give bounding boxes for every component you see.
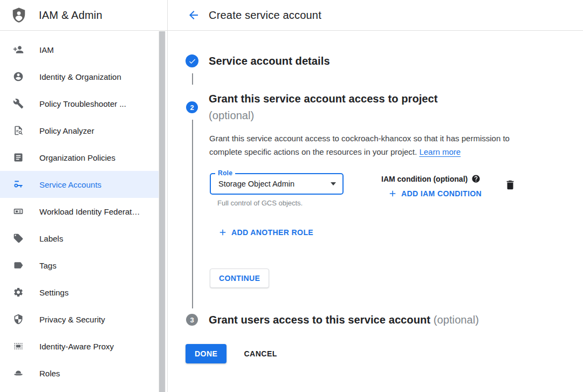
policy-analyzer-icon bbox=[13, 125, 24, 136]
sidebar-item-label: Tags bbox=[39, 261, 57, 270]
sidebar-item-labels[interactable]: Labels bbox=[0, 225, 159, 252]
add-another-role-button[interactable]: ADD ANOTHER ROLE bbox=[218, 228, 313, 237]
stepper-connector-1 bbox=[192, 73, 193, 85]
create-service-account-form: Service account details 2 Grant this ser… bbox=[168, 31, 583, 392]
delete-role-button[interactable] bbox=[504, 179, 516, 191]
sidebar-item-label: IAM bbox=[39, 45, 54, 54]
badge-card-icon bbox=[13, 206, 24, 217]
sidebar-item-policy-troubleshooter[interactable]: Policy Troubleshooter ... bbox=[0, 90, 159, 117]
sidebar-item-roles[interactable]: Roles bbox=[0, 360, 159, 387]
sidebar-item-tags[interactable]: Tags bbox=[0, 252, 159, 279]
gear-icon bbox=[13, 287, 24, 298]
sidebar-item-label: Policy Analyzer bbox=[39, 126, 94, 135]
form-actions: DONE CANCEL bbox=[186, 344, 583, 363]
step-3-title: Grant users access to this service accou… bbox=[209, 313, 479, 327]
wrench-icon bbox=[13, 98, 24, 109]
add-iam-condition-button[interactable]: ADD IAM CONDITION bbox=[388, 189, 482, 198]
sidebar-item-privacy-security[interactable]: Privacy & Security bbox=[0, 306, 159, 333]
role-field-label: Role bbox=[215, 169, 235, 177]
sidebar-item-label: Roles bbox=[39, 369, 60, 378]
sidebar-item-service-accounts[interactable]: Service Accounts bbox=[0, 171, 159, 198]
sidebar-item-label: Labels bbox=[39, 234, 63, 243]
step-2-row: 2 Grant this service account access to p… bbox=[186, 91, 583, 124]
account-circle-icon bbox=[13, 71, 24, 82]
chevron-down-icon bbox=[331, 182, 336, 185]
hat-icon bbox=[13, 368, 24, 379]
role-field-group: Storage Object Admin Role Full control o… bbox=[210, 169, 344, 207]
step-2-optional-label: (optional) bbox=[209, 109, 254, 121]
sidebar-scrollbar[interactable] bbox=[159, 31, 166, 392]
sidebar-item-label: Workload Identity Federat… bbox=[39, 207, 140, 216]
sidebar-item-label: Privacy & Security bbox=[39, 315, 105, 324]
app-window: IAM & Admin IAM Identity & Organization bbox=[0, 0, 583, 392]
person-add-icon bbox=[13, 44, 24, 55]
sidebar-item-label: Settings bbox=[39, 288, 68, 297]
page-title: Create service account bbox=[209, 9, 321, 22]
help-icon[interactable] bbox=[471, 174, 481, 183]
iam-admin-shield-icon bbox=[11, 7, 27, 23]
role-helper-text: Full control of GCS objects. bbox=[217, 199, 344, 207]
step-1-title: Service account details bbox=[209, 54, 330, 68]
step-1-row: Service account details bbox=[186, 54, 583, 68]
learn-more-link[interactable]: Learn more bbox=[419, 147, 461, 156]
sidebar-header: IAM & Admin bbox=[0, 0, 167, 31]
tag-arrow-icon bbox=[13, 260, 24, 271]
arrow-back-icon bbox=[187, 9, 200, 22]
step-2-description: Grant this service account access to coc… bbox=[209, 132, 529, 159]
app-title: IAM & Admin bbox=[39, 9, 102, 22]
role-row: Storage Object Admin Role Full control o… bbox=[210, 169, 583, 207]
sidebar-item-organization-policies[interactable]: Organization Policies bbox=[0, 144, 159, 171]
step-3-optional-label: (optional) bbox=[434, 314, 479, 326]
cancel-button[interactable]: CANCEL bbox=[244, 349, 277, 358]
step-1-complete-icon bbox=[186, 54, 198, 67]
continue-button[interactable]: CONTINUE bbox=[210, 269, 269, 288]
sidebar-item-iam[interactable]: IAM bbox=[0, 36, 159, 63]
main-panel: Create service account Service account d… bbox=[168, 0, 583, 392]
proxy-grid-icon bbox=[13, 341, 24, 352]
document-lines-icon bbox=[13, 152, 24, 163]
label-tag-icon bbox=[13, 233, 24, 244]
trash-icon bbox=[504, 184, 516, 192]
step-3-number-badge: 3 bbox=[186, 314, 198, 326]
main-header: Create service account bbox=[168, 0, 583, 31]
sidebar-item-label: Identity & Organization bbox=[39, 72, 121, 81]
service-account-key-icon bbox=[13, 179, 24, 190]
sidebar-item-identity-organization[interactable]: Identity & Organization bbox=[0, 63, 159, 90]
back-button[interactable] bbox=[187, 9, 200, 22]
plus-icon bbox=[388, 189, 397, 198]
sidebar-item-label: Organization Policies bbox=[39, 153, 115, 162]
sidebar-nav: IAM Identity & Organization Policy Troub… bbox=[0, 31, 167, 387]
sidebar-item-identity-aware-proxy[interactable]: Identity-Aware Proxy bbox=[0, 333, 159, 360]
role-select-value: Storage Object Admin bbox=[218, 180, 331, 188]
sidebar: IAM & Admin IAM Identity & Organization bbox=[0, 0, 168, 392]
sidebar-item-workload-identity-federation[interactable]: Workload Identity Federat… bbox=[0, 198, 159, 225]
sidebar-item-settings[interactable]: Settings bbox=[0, 279, 159, 306]
step-3-row: 3 Grant users access to this service acc… bbox=[186, 313, 583, 327]
sidebar-scrollbar-thumb[interactable] bbox=[159, 31, 165, 392]
shield-icon bbox=[13, 314, 24, 325]
step-2-title: Grant this service account access to pro… bbox=[209, 91, 438, 124]
sidebar-item-label: Policy Troubleshooter ... bbox=[39, 99, 126, 108]
plus-icon bbox=[218, 228, 228, 237]
sidebar-item-policy-analyzer[interactable]: Policy Analyzer bbox=[0, 117, 159, 144]
sidebar-item-label: Service Accounts bbox=[39, 180, 101, 189]
done-button[interactable]: DONE bbox=[186, 344, 227, 363]
iam-condition-label: IAM condition (optional) bbox=[381, 175, 468, 183]
sidebar-item-label: Identity-Aware Proxy bbox=[39, 342, 114, 351]
iam-condition-block: IAM condition (optional) ADD IAM CONDITI… bbox=[381, 174, 482, 198]
step-2-number-badge: 2 bbox=[186, 101, 198, 113]
stepper-connector-2 bbox=[192, 120, 193, 308]
